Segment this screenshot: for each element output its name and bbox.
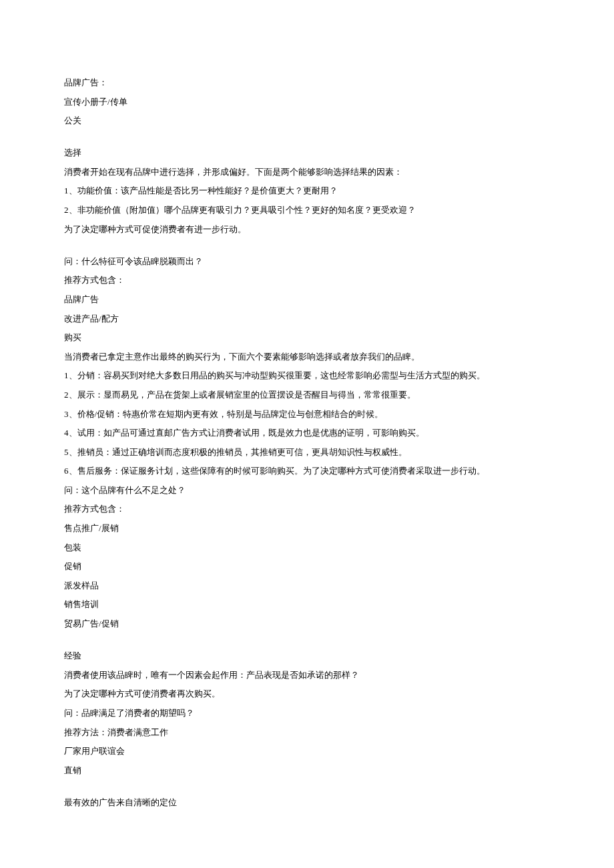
text-line: 经验 (47, 646, 567, 666)
blank-line (47, 634, 567, 647)
text-line: 品牌广告 (47, 290, 567, 310)
text-line: 派发样品 (47, 576, 567, 596)
text-line: 问：这个品牌有什么不足之处？ (47, 481, 567, 500)
text-line: 推荐方法：消费者满意工作 (47, 723, 567, 743)
text-line: 推荐方式包含： (47, 500, 567, 519)
document-body: 品牌广告： 宣传小册子/传单 公关 选择 消费者开始在现有品牌中进行选择，并形成… (47, 73, 567, 812)
text-line: 促销 (47, 557, 567, 576)
blank-line (47, 131, 567, 144)
text-line: 3、价格/促销：特惠价常在短期内更有效，特别是与品牌定位与创意相结合的时候。 (47, 405, 567, 424)
text-line: 6、售后服务：保证服务计划，这些保障有的时候可影响购买。为了决定哪种方式可使消费… (47, 462, 567, 481)
text-line: 改进产品/配方 (47, 310, 567, 329)
text-line: 选择 (47, 143, 567, 163)
text-line: 4、试用：如产品可通过直邮广告方式让消费者试用，既是效力也是优惠的证明，可影响购… (47, 424, 567, 443)
text-line: 推荐方式包含： (47, 271, 567, 290)
text-line: 为了决定哪种方式可使消费者再次购买。 (47, 685, 567, 704)
text-line: 问：什么特征可令该品睥脱颖而出？ (47, 252, 567, 272)
text-line: 贸易广告/促销 (47, 614, 567, 634)
text-line: 直销 (47, 761, 567, 781)
text-line: 问：品睥满足了消费者的期望吗？ (47, 704, 567, 723)
text-line: 1、功能价值：该产品性能是否比另一种性能好？是价值更大？更耐用？ (47, 181, 567, 201)
text-line: 为了决定哪种方式可促使消费者有进一步行动。 (47, 220, 567, 240)
text-line: 2、展示：显而易见，产品在货架上或者展销室里的位置摆设是否醒目与得当，常常很重要… (47, 386, 567, 405)
text-line: 2、非功能价值（附加值）哪个品牌更有吸引力？更具吸引个性？更好的知名度？更受欢迎… (47, 201, 567, 220)
text-line: 当消费者已拿定主意作出最终的购买行为，下面六个要素能够影响选择或者放弃我们的品睥… (47, 348, 567, 367)
text-line: 消费者使用该品睥时，唯有一个因素会起作用：产品表现是否如承诺的那样？ (47, 666, 567, 685)
blank-line (47, 239, 567, 252)
text-line: 销售培训 (47, 595, 567, 614)
text-line: 最有效的广告来自清晰的定位 (47, 793, 567, 813)
text-line: 宣传小册子/传单 (47, 93, 567, 112)
text-line: 1、分销：容易买到对绝大多数日用品的购买与冲动型购买很重要，这也经常影响必需型与… (47, 366, 567, 386)
text-line: 5、推销员：通过正确培训而态度积极的推销员，其推销更可信，更具胡知识性与权威性。 (47, 443, 567, 462)
text-line: 售点推广/展销 (47, 519, 567, 538)
text-line: 包装 (47, 538, 567, 558)
blank-line (47, 780, 567, 793)
text-line: 品牌广告： (47, 73, 567, 93)
text-line: 购买 (47, 328, 567, 348)
text-line: 消费者开始在现有品牌中进行选择，并形成偏好。下面是两个能够影响选择结果的因素： (47, 163, 567, 182)
text-line: 公关 (47, 111, 567, 131)
text-line: 厂家用户联谊会 (47, 742, 567, 761)
